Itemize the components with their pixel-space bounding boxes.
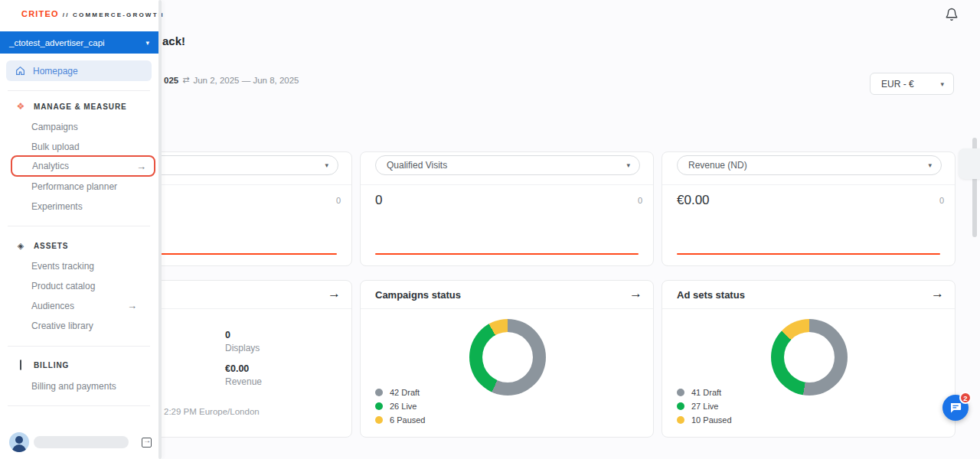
legend-label: 10 Paused bbox=[691, 415, 732, 425]
legend-label: 41 Draft bbox=[691, 388, 721, 397]
stat-label: Revenue bbox=[225, 376, 262, 387]
sidebar-item-campaigns[interactable]: Campaigns bbox=[31, 122, 78, 132]
legend-label: 6 Paused bbox=[390, 415, 425, 425]
sidebar-item-bulk-upload[interactable]: Bulk upload bbox=[31, 142, 80, 152]
sidebar-item-audiences[interactable]: Audiences bbox=[31, 301, 74, 311]
stat-value: 0 bbox=[225, 330, 260, 340]
section-label: ASSETS bbox=[34, 242, 68, 250]
advertiser-selector[interactable]: _ctotest_advertiser_capi ▾ bbox=[0, 31, 158, 54]
chat-button[interactable]: 2 bbox=[942, 395, 969, 421]
chevron-down-icon: ▾ bbox=[928, 161, 932, 169]
legend-label: 27 Live bbox=[691, 402, 718, 411]
trend-line-2 bbox=[375, 253, 639, 255]
metric-select-3[interactable]: Revenue (ND) ▾ bbox=[677, 155, 942, 175]
adsets-legend: 41 Draft 27 Live 10 Paused bbox=[677, 388, 732, 429]
user-avatar[interactable] bbox=[9, 432, 29, 452]
legend-dot-draft bbox=[375, 389, 383, 396]
notifications-bell-icon[interactable] bbox=[945, 8, 959, 21]
sidebar-item-analytics-highlighted[interactable]: Analytics → bbox=[11, 155, 155, 177]
legend-item: 10 Paused bbox=[677, 415, 732, 425]
compare-arrows-icon: ⇄ bbox=[182, 75, 189, 85]
metric-select-2[interactable]: Qualified Visits ▾ bbox=[375, 155, 640, 175]
sidebar-item-experiments[interactable]: Experiments bbox=[31, 201, 83, 212]
legend-dot-live bbox=[375, 402, 383, 410]
sidebar-item-homepage[interactable]: Homepage bbox=[6, 60, 152, 81]
criteo-logo: CRITEO // COMMERCE-GROWTH bbox=[21, 9, 165, 18]
sidebar-item-performance-planner[interactable]: Performance planner bbox=[31, 181, 117, 192]
user-name-redacted-pill bbox=[34, 436, 129, 448]
chat-icon bbox=[949, 401, 962, 415]
app-root: ack! 025 ⇄ Jun 2, 2025 — Jun 8, 2025 EUR… bbox=[0, 0, 980, 459]
divider bbox=[361, 308, 653, 309]
trend-line-3 bbox=[677, 253, 940, 255]
currency-value: EUR - € bbox=[881, 79, 914, 90]
arrow-right-icon: → bbox=[136, 161, 146, 172]
logo-commerce-growth-text: // COMMERCE-GROWTH bbox=[63, 11, 165, 18]
chevron-down-icon: ▾ bbox=[145, 39, 149, 47]
legend-item: 26 Live bbox=[375, 402, 425, 411]
welcome-heading-fragment: ack! bbox=[162, 34, 185, 47]
donut-hole bbox=[784, 332, 835, 382]
divider bbox=[662, 184, 955, 185]
legend-dot-draft bbox=[677, 389, 684, 396]
sidebar-item-creative-library[interactable]: Creative library bbox=[31, 321, 93, 331]
section-manage-measure: ❖ MANAGE & MEASURE bbox=[15, 101, 127, 112]
section-assets: ◈ ASSETS bbox=[15, 241, 68, 251]
metric-select-3-value: Revenue (ND) bbox=[688, 160, 747, 171]
chat-unread-badge: 2 bbox=[959, 392, 972, 404]
campaigns-status-card: Campaigns status → 42 Draft 26 Live 6 Pa… bbox=[360, 280, 654, 438]
arrow-right-icon: → bbox=[127, 300, 137, 311]
campaigns-donut-chart bbox=[469, 319, 546, 396]
metric-card-2: Qualified Visits ▾ 0 0 bbox=[360, 151, 654, 266]
home-icon bbox=[15, 66, 25, 76]
arrow-right-icon[interactable]: → bbox=[629, 286, 642, 301]
section-billing: BILLING bbox=[15, 360, 69, 369]
legend-item: 41 Draft bbox=[677, 388, 732, 397]
date-range-bold-fragment: 025 bbox=[164, 76, 178, 85]
arrow-right-icon[interactable]: → bbox=[931, 286, 944, 301]
divider bbox=[8, 405, 150, 406]
advertiser-name: _ctotest_advertiser_capi bbox=[9, 38, 105, 47]
assets-icon: ◈ bbox=[15, 241, 26, 251]
divider bbox=[8, 346, 150, 347]
logo-criteo-text: CRITEO bbox=[21, 9, 59, 18]
edge-floating-tab[interactable] bbox=[959, 148, 980, 179]
sidebar-item-product-catalog[interactable]: Product catalog bbox=[31, 281, 95, 291]
chevron-down-icon: ▾ bbox=[626, 161, 630, 169]
legend-dot-paused bbox=[375, 416, 383, 424]
divider bbox=[8, 226, 150, 226]
donut-hole bbox=[482, 332, 533, 382]
last-updated-text: 2:29 PM Europe/London bbox=[164, 407, 260, 416]
section-label: BILLING bbox=[34, 361, 69, 369]
sidebar-scrollbar[interactable] bbox=[158, 0, 162, 459]
stat-label: Displays bbox=[225, 343, 260, 353]
metric-card-3: Revenue (ND) ▾ €0.00 0 bbox=[662, 151, 956, 266]
avatar-body-shape bbox=[12, 444, 26, 452]
metric-value-3: €0.00 bbox=[677, 193, 710, 208]
sidebar-item-events-tracking[interactable]: Events tracking bbox=[31, 261, 94, 272]
metric-select-2-value: Qualified Visits bbox=[387, 160, 447, 171]
chevron-down-icon: ▾ bbox=[940, 80, 944, 88]
chevron-down-icon: ▾ bbox=[325, 161, 328, 169]
legend-label: 42 Draft bbox=[390, 388, 420, 397]
sidebar-item-billing-and-payments[interactable]: Billing and payments bbox=[31, 381, 116, 392]
date-range-row[interactable]: 025 ⇄ Jun 2, 2025 — Jun 8, 2025 bbox=[164, 75, 299, 85]
currency-selector[interactable]: EUR - € ▾ bbox=[870, 73, 954, 95]
metric-axis-1: 0 bbox=[336, 196, 341, 205]
arrow-right-icon[interactable]: → bbox=[328, 286, 341, 301]
sidebar-item-label: Analytics bbox=[32, 161, 69, 171]
sidebar-footer bbox=[9, 432, 152, 452]
legend-item: 6 Paused bbox=[375, 415, 425, 425]
manage-measure-icon: ❖ bbox=[15, 101, 26, 112]
card-title: Ad sets status bbox=[677, 289, 745, 301]
divider bbox=[8, 90, 150, 91]
date-range-comparison: Jun 2, 2025 — Jun 8, 2025 bbox=[193, 76, 299, 85]
metric-axis-2: 0 bbox=[638, 196, 642, 205]
metric-value-2: 0 bbox=[375, 193, 382, 208]
legend-item: 27 Live bbox=[677, 402, 732, 411]
summary-stat-displays: 0 Displays bbox=[225, 330, 260, 353]
logout-icon[interactable] bbox=[142, 438, 152, 448]
campaigns-legend: 42 Draft 26 Live 6 Paused bbox=[375, 388, 425, 429]
stat-value: €0.00 bbox=[225, 363, 262, 374]
metric-axis-3: 0 bbox=[939, 196, 944, 205]
